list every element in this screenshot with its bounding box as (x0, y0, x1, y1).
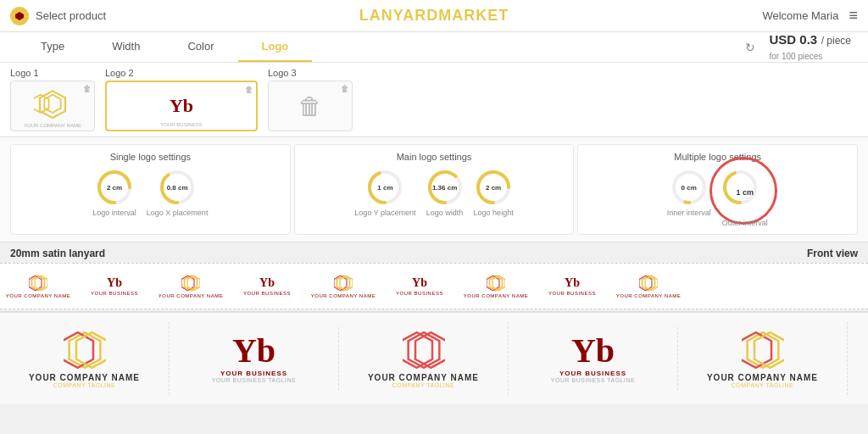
strip-seg-yb-4: Yb YOUR BUSINESS (534, 275, 610, 298)
tab-type[interactable]: Type (17, 32, 88, 62)
logo1-caption: YOUR COMPANY NAME (11, 123, 94, 128)
multiple-knobs: 0 cm Inner interval 1 cm Outer (588, 169, 847, 227)
logo-icon (10, 7, 29, 25)
main-content: Logo 1 🗑 YOUR COMPANY NAME (0, 63, 868, 434)
logo-x-label: Logo X placement (147, 209, 209, 217)
menu-icon[interactable]: ≡ (849, 7, 858, 25)
strip-yb-label-1: YOUR BUSINESS (91, 291, 138, 296)
logo2-trash-icon[interactable]: 🗑 (245, 85, 253, 94)
logo-y-value: 1 cm (377, 184, 392, 192)
inner-interval-knob: 0 cm Inner interval (667, 169, 711, 227)
bottom-company-3: YOUR COMPANY NAME (707, 373, 818, 382)
logo-height-knob: 2 cm Logo height (474, 169, 514, 217)
single-logo-title: Single logo settings (21, 152, 280, 162)
logo-width-value: 1.36 cm (432, 184, 457, 192)
price-area: USD 0.3 / piece for 100 pieces (769, 32, 851, 63)
bottom-yb-2: Yb (571, 334, 615, 368)
nav-right: ↻ USD 0.3 / piece for 100 pieces (745, 32, 851, 63)
outer-interval-label: Outer interval (722, 219, 768, 227)
strip-seg-hex-3: YOUR COMPANY NAME (305, 272, 381, 300)
settings-row: Single logo settings 2 cm Logo interval (0, 137, 868, 242)
bottom-yb-1: Yb (232, 334, 275, 368)
outer-interval-circle[interactable]: 1 cm (721, 169, 769, 216)
logo1-label: Logo 1 (10, 68, 39, 78)
header: Select product LANYARDMARKET Welcome Mar… (0, 0, 868, 32)
strip-company-1: YOUR COMPANY NAME (6, 293, 70, 298)
site-title: LANYARDMARKET (163, 7, 705, 25)
svg-marker-35 (64, 332, 93, 368)
bottom-yb-company-1: YOUR BUSINESS (220, 370, 287, 377)
tab-color[interactable]: Color (164, 32, 237, 62)
main-logo-settings: Main logo settings 1 cm Logo Y placement (294, 144, 575, 235)
strip-yb-label-4: YOUR BUSINESS (548, 291, 596, 296)
outer-interval-knob: 1 cm Outer interval (721, 169, 769, 227)
svg-marker-42 (754, 332, 784, 368)
logo-y-placement-knob: 1 cm Logo Y placement (354, 169, 415, 217)
bottom-hex-3 (742, 329, 784, 371)
strip-hex-icon-1 (29, 274, 47, 292)
strip-yb-label-2: YOUR BUSINESS (243, 291, 291, 296)
svg-marker-40 (747, 332, 778, 368)
logo1-hex-svg (34, 87, 71, 125)
title-market: MARKET (438, 7, 509, 24)
logo-height-value: 2 cm (486, 184, 501, 192)
outer-interval-value: 1 cm (736, 188, 754, 197)
refresh-icon[interactable]: ↻ (745, 41, 755, 54)
logo2-caption: YOUR BUSINESS (107, 122, 256, 127)
inner-interval-label: Inner interval (667, 209, 711, 217)
tab-width[interactable]: Width (88, 32, 164, 62)
strip-yb-3: Yb (412, 276, 427, 290)
strip-seg-yb-3: Yb YOUR BUSINESS (381, 275, 458, 298)
strip-seg-yb-1: Yb YOUR BUSINESS (76, 275, 153, 298)
logo-slot-1: Logo 1 🗑 YOUR COMPANY NAME (10, 68, 95, 131)
svg-marker-37 (408, 332, 439, 368)
logo3-label: Logo 3 (268, 68, 297, 78)
bottom-seg-5: YOUR COMPANY NAME COMPANY TAGLINE (678, 322, 848, 395)
main-logo-title: Main logo settings (305, 152, 564, 162)
logo-slot-3: Logo 3 🗑 🗑 (268, 68, 353, 131)
preview-right-label: Front view (807, 248, 858, 259)
logo-width-circle[interactable]: 1.36 cm (426, 169, 464, 206)
logo-width-label: Logo width (426, 209, 464, 217)
bottom-preview: YOUR COMPANY NAME COMPANY TAGLINE Yb YOU… (0, 311, 868, 404)
inner-interval-value: 0 cm (682, 184, 697, 192)
main-knobs: 1 cm Logo Y placement 1.36 cm Logo width (305, 169, 564, 217)
strip-hex-icon-2 (181, 274, 200, 292)
bottom-tagline-3: COMPANY TAGLINE (732, 382, 794, 388)
logo-height-label: Logo height (474, 209, 514, 217)
bottom-company-2: YOUR COMPANY NAME (368, 373, 479, 382)
logo1-trash-icon[interactable]: 🗑 (83, 84, 92, 93)
bottom-yb-company-2: YOUR BUSINESS (559, 370, 626, 377)
logo-interval-knob: 2 cm Logo interval (92, 169, 136, 217)
logo1-box[interactable]: 🗑 YOUR COMPANY NAME (10, 81, 95, 131)
bottom-yb-tagline-2: your business tagline (551, 377, 635, 383)
bottom-hex-1 (64, 329, 106, 371)
logo-x-circle[interactable]: 0.8 cm (159, 169, 196, 206)
strip-company-2: YOUR COMPANY NAME (159, 293, 223, 298)
strip-company-4: YOUR COMPANY NAME (464, 293, 528, 298)
logo-height-circle[interactable]: 2 cm (475, 169, 512, 206)
strip-seg-hex-4: YOUR COMPANY NAME (458, 272, 534, 300)
logo-y-label: Logo Y placement (354, 209, 415, 217)
multiple-logo-settings: Multiple logo settings 0 cm Inner interv… (577, 144, 858, 235)
logo3-box[interactable]: 🗑 🗑 (268, 81, 353, 131)
strip-seg-hex-5: YOUR COMPANY NAME (610, 272, 687, 300)
select-product-label[interactable]: Select product (36, 9, 106, 22)
bottom-company-1: YOUR COMPANY NAME (29, 373, 140, 382)
strip-yb-2: Yb (259, 276, 275, 290)
single-logo-settings: Single logo settings 2 cm Logo interval (10, 144, 291, 235)
inner-interval-circle[interactable]: 0 cm (670, 169, 708, 206)
bottom-seg-2: Yb YOUR BUSINESS your business tagline (170, 327, 339, 390)
logo-x-placement-knob: 0.8 cm Logo X placement (147, 169, 209, 217)
svg-marker-36 (76, 332, 106, 368)
strip-yb-4: Yb (565, 276, 580, 290)
strip-yb-1: Yb (107, 276, 122, 290)
logo-interval-circle[interactable]: 2 cm (96, 169, 133, 206)
strip-hex-icon-4 (487, 274, 505, 292)
logo2-box[interactable]: 🗑 Yb YOUR BUSINESS (105, 81, 258, 131)
tab-logo[interactable]: Logo (238, 32, 313, 62)
logo-y-circle[interactable]: 1 cm (366, 169, 403, 206)
svg-marker-41 (742, 332, 771, 368)
logo3-trash-icon[interactable]: 🗑 (341, 84, 349, 93)
bottom-seg-3: YOUR COMPANY NAME COMPANY TAGLINE (339, 322, 509, 395)
